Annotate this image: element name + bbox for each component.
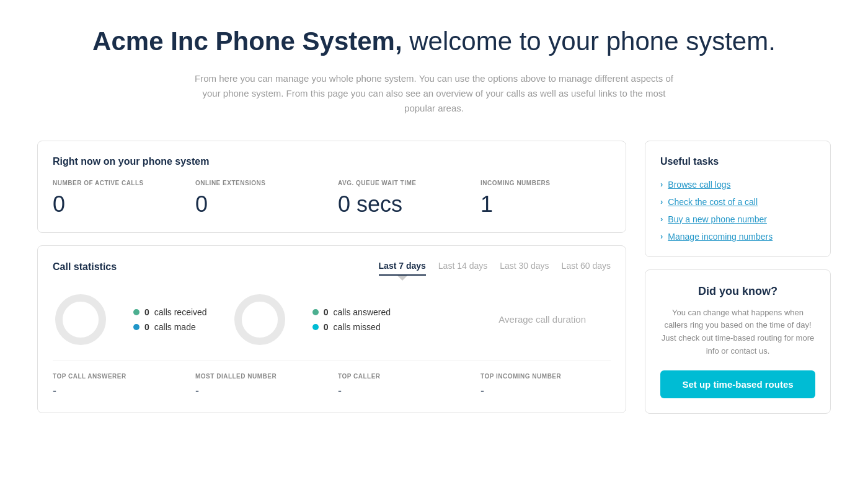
call-stats-header: Call statistics Last 7 days Last 14 days… (53, 261, 611, 273)
chevron-right-icon-3: › (660, 214, 663, 224)
realtime-card-title: Right now on your phone system (53, 156, 611, 167)
chevron-right-icon-2: › (660, 197, 663, 206)
donut-chart-1 (53, 292, 108, 347)
legend-calls-answered-label: calls answered (333, 307, 391, 317)
left-column: Right now on your phone system NUMBER OF… (37, 141, 626, 413)
top-incoming-label: TOP INCOMING NUMBER (480, 373, 611, 380)
bottom-stat-most-dialled: MOST DIALLED NUMBER - (195, 373, 326, 398)
setup-time-based-routes-button[interactable]: Set up time-based routes (660, 370, 815, 398)
chevron-right-icon-4: › (660, 232, 663, 241)
top-answerer-label: TOP CALL ANSWERER (53, 373, 183, 380)
legend-calls-received: 0 calls received (133, 307, 207, 317)
stat-online-extensions-label: ONLINE EXTENSIONS (195, 180, 326, 186)
legend-calls-received-label: calls received (154, 307, 207, 317)
call-statistics-card: Call statistics Last 7 days Last 14 days… (37, 245, 626, 413)
task-manage-incoming-link[interactable]: Manage incoming numbers (668, 232, 773, 242)
bottom-stat-top-incoming: TOP INCOMING NUMBER - (480, 373, 611, 398)
chevron-right-icon: › (660, 180, 663, 189)
useful-tasks-title: Useful tasks (660, 156, 815, 167)
legend-dot-teal (312, 324, 319, 330)
legend-calls-answered: 0 calls answered (312, 307, 391, 317)
legend-dot-blue (133, 324, 140, 330)
most-dialled-label: MOST DIALLED NUMBER (195, 373, 326, 380)
legend-dot-green-2 (312, 309, 319, 315)
tab-last-60-days[interactable]: Last 60 days (562, 261, 611, 273)
svg-point-0 (59, 298, 102, 341)
top-caller-label: TOP CALLER (338, 373, 468, 380)
donut-svg-2 (232, 292, 288, 347)
top-caller-value: - (338, 385, 468, 398)
charts-area: 0 calls received 0 calls made (53, 286, 611, 360)
top-incoming-value: - (480, 385, 611, 398)
task-buy-number-link[interactable]: Buy a new phone number (668, 214, 767, 224)
task-manage-incoming: › Manage incoming numbers (660, 232, 815, 242)
legend-calls-made-label: calls made (154, 322, 196, 332)
chart1-legend: 0 calls received 0 calls made (133, 307, 207, 332)
stat-queue-wait-label: AVG. QUEUE WAIT TIME (338, 180, 468, 186)
bottom-stat-top-caller: TOP CALLER - (338, 373, 468, 398)
stat-online-extensions-value: 0 (195, 191, 326, 217)
did-you-know-card: Did you know? You can change what happen… (645, 269, 831, 414)
useful-tasks-list: › Browse call logs › Check the cost of a… (660, 180, 815, 242)
page-subtitle: From here you can manage you whole phone… (192, 71, 676, 116)
tab-last-14-days[interactable]: Last 14 days (438, 261, 487, 273)
task-browse-call-logs: › Browse call logs (660, 180, 815, 190)
legend-calls-missed: 0 calls missed (312, 322, 391, 332)
stat-queue-wait-value: 0 secs (338, 191, 468, 217)
main-layout: Right now on your phone system NUMBER OF… (37, 141, 831, 414)
useful-tasks-card: Useful tasks › Browse call logs › Check … (645, 141, 831, 257)
donut-svg-1 (53, 292, 108, 347)
did-you-know-text: You can change what happens when callers… (660, 307, 815, 358)
did-you-know-title: Did you know? (660, 285, 815, 298)
bottom-stat-top-answerer: TOP CALL ANSWERER - (53, 373, 183, 398)
tab-last-7-days[interactable]: Last 7 days (379, 261, 426, 273)
realtime-stats-grid: NUMBER OF ACTIVE CALLS 0 ONLINE EXTENSIO… (53, 180, 611, 217)
avg-duration-label: Average call duration (498, 314, 611, 325)
chart2-legend: 0 calls answered 0 calls missed (312, 307, 391, 332)
stat-online-extensions: ONLINE EXTENSIONS 0 (195, 180, 326, 217)
task-browse-call-logs-link[interactable]: Browse call logs (668, 180, 730, 190)
right-column: Useful tasks › Browse call logs › Check … (645, 141, 831, 414)
stat-queue-wait: AVG. QUEUE WAIT TIME 0 secs (338, 180, 468, 217)
svg-point-1 (238, 298, 281, 341)
page-header: Acme Inc Phone System, welcome to your p… (37, 25, 831, 116)
page-title: Acme Inc Phone System, welcome to your p… (37, 25, 831, 59)
realtime-card: Right now on your phone system NUMBER OF… (37, 141, 626, 233)
stat-active-calls-value: 0 (53, 191, 183, 217)
most-dialled-value: - (195, 385, 326, 398)
stat-incoming-numbers-label: INCOMING NUMBERS (480, 180, 611, 186)
stat-active-calls-label: NUMBER OF ACTIVE CALLS (53, 180, 183, 186)
legend-dot-green (133, 309, 140, 315)
period-tabs: Last 7 days Last 14 days Last 30 days La… (379, 261, 611, 273)
task-check-cost-link[interactable]: Check the cost of a call (668, 197, 758, 207)
stat-incoming-numbers: INCOMING NUMBERS 1 (480, 180, 611, 217)
call-stats-title: Call statistics (53, 261, 117, 273)
legend-calls-made: 0 calls made (133, 322, 207, 332)
stat-incoming-numbers-value: 1 (480, 191, 611, 217)
donut-chart-2 (232, 292, 288, 347)
task-check-cost: › Check the cost of a call (660, 197, 815, 207)
bottom-stats: TOP CALL ANSWERER - MOST DIALLED NUMBER … (53, 360, 611, 398)
top-answerer-value: - (53, 385, 183, 398)
stat-active-calls: NUMBER OF ACTIVE CALLS 0 (53, 180, 183, 217)
legend-calls-missed-label: calls missed (333, 322, 380, 332)
task-buy-number: › Buy a new phone number (660, 214, 815, 224)
tab-last-30-days[interactable]: Last 30 days (500, 261, 549, 273)
